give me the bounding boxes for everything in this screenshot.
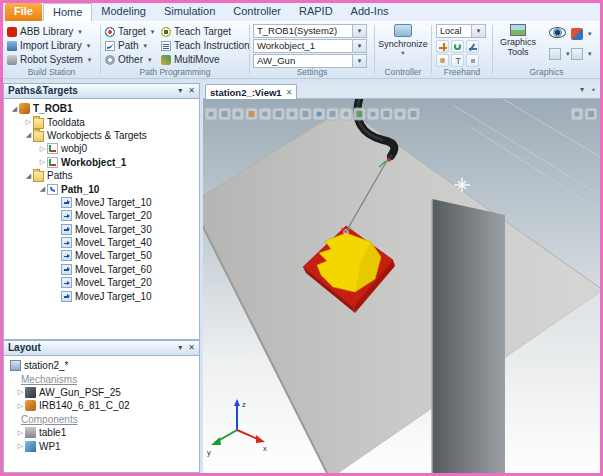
- viewport-tab[interactable]: station2_:View1 ✕: [205, 84, 297, 99]
- expand-arrow[interactable]: ◢: [24, 131, 33, 139]
- synchronize-icon: [394, 24, 412, 37]
- close-icon[interactable]: ✕: [286, 86, 293, 99]
- tree-item-workobject-1[interactable]: ▷ Workobject_1: [4, 156, 199, 169]
- graphics-option-2-button[interactable]: [571, 47, 592, 60]
- expand-arrow[interactable]: ▷: [24, 118, 33, 126]
- panel-close-icon[interactable]: ✕: [188, 341, 195, 355]
- tree-item-move-instruction[interactable]: MoveL Target_20: [4, 209, 199, 222]
- tool-select[interactable]: AW_Gun: [253, 54, 367, 68]
- tree-item-workobjects-targets[interactable]: ◢ Workobjects & Targets: [4, 129, 199, 142]
- picture-icon: [510, 24, 526, 36]
- tree-item-station[interactable]: station2_*: [4, 359, 199, 372]
- expand-arrow[interactable]: ◢: [24, 172, 33, 180]
- other-button[interactable]: Other: [105, 53, 152, 66]
- move-instruction-icon: [61, 197, 72, 208]
- teach-instruction-icon: [161, 41, 171, 51]
- panel-close-icon[interactable]: ✕: [188, 84, 195, 98]
- move-instruction-icon: [61, 224, 72, 235]
- tree-item-irb140[interactable]: ▷ IRB140_6_81_C_02: [4, 399, 199, 412]
- robot-system-button[interactable]: Robot System: [7, 53, 91, 66]
- move-instruction-icon: [61, 277, 72, 288]
- expand-arrow[interactable]: ▷: [16, 429, 25, 437]
- freehand-jog-linear-icon[interactable]: [451, 54, 464, 67]
- graphics-tools-button[interactable]: Graphics Tools: [495, 24, 541, 57]
- path-icon: [105, 41, 115, 51]
- tree-item-wp1[interactable]: ▷ WP1: [4, 439, 199, 452]
- tree-item-move-instruction[interactable]: MoveL Target_40: [4, 236, 199, 249]
- expand-arrow[interactable]: ▷: [16, 388, 25, 396]
- target-icon: [105, 27, 115, 37]
- import-library-button[interactable]: Import Library: [7, 39, 90, 52]
- gear-icon: [105, 55, 115, 65]
- tree-item-move-instruction[interactable]: MoveL Target_30: [4, 223, 199, 236]
- teach-instruction-button[interactable]: Teach Instruction: [161, 39, 250, 52]
- viewport-menu-icon[interactable]: ▾: [580, 85, 584, 94]
- torch-tip-red-marker: [387, 158, 391, 162]
- teach-target-button[interactable]: Teach Target: [161, 25, 231, 38]
- freehand-reorient-icon[interactable]: [466, 54, 479, 67]
- group-build-station: ABB Library Import Library Robot System …: [3, 21, 100, 78]
- tree-item-move-instruction[interactable]: MoveJ Target_10: [4, 289, 199, 302]
- tab-simulation[interactable]: Simulation: [155, 3, 224, 21]
- tree-item-move-instruction[interactable]: MoveJ Target_10: [4, 196, 199, 209]
- group-label-path-programming: Path Programming: [101, 67, 249, 77]
- freehand-hand-icon[interactable]: [436, 54, 449, 67]
- folder-icon: [33, 131, 44, 142]
- tree-item-move-instruction[interactable]: MoveL Target_60: [4, 263, 199, 276]
- move-instruction-icon: [61, 210, 72, 221]
- expand-arrow[interactable]: ◢: [10, 105, 19, 113]
- multimove-button[interactable]: MultiMove: [161, 53, 220, 66]
- tree-item-t-rob1[interactable]: ◢ T_ROB1: [4, 102, 199, 115]
- expand-arrow[interactable]: ▷: [16, 442, 25, 450]
- tab-file[interactable]: File: [5, 3, 42, 21]
- synchronize-button[interactable]: Synchronize ▾: [377, 21, 429, 57]
- part-icon: [25, 441, 36, 452]
- paint-button[interactable]: [571, 27, 592, 40]
- layers-icon: [549, 48, 561, 60]
- path-button[interactable]: Path: [105, 39, 147, 52]
- freehand-move-icon[interactable]: [436, 40, 449, 53]
- target-button[interactable]: Target: [105, 25, 154, 38]
- viewport-dock-icon[interactable]: ▪: [592, 85, 595, 94]
- group-settings: T_ROB1(System2) Workobject_1 AW_Gun Sett…: [250, 21, 374, 78]
- freehand-rotate-icon[interactable]: [451, 40, 464, 53]
- expand-arrow[interactable]: ▷: [38, 145, 47, 153]
- graphics-option-1-button[interactable]: [549, 47, 570, 60]
- expand-arrow[interactable]: ◢: [38, 185, 47, 193]
- tab-rapid[interactable]: RAPID: [290, 3, 342, 21]
- section-mechanisms: Mechanisms: [4, 372, 199, 385]
- abb-library-button[interactable]: ABB Library: [7, 25, 82, 38]
- graphics-viewport[interactable]: z x y: [203, 99, 600, 473]
- freehand-jog-joint-icon[interactable]: [466, 40, 479, 53]
- group-controller: Synchronize ▾ Controller: [375, 21, 431, 78]
- table-leg[interactable]: [432, 199, 505, 473]
- panel-menu-icon[interactable]: ▾: [178, 84, 182, 98]
- tree-item-aw-gun[interactable]: ▷ AW_Gun_PSF_25: [4, 386, 199, 399]
- group-graphics: Graphics Tools Graphics: [493, 21, 600, 78]
- tree-item-tooldata[interactable]: ▷ Tooldata: [4, 115, 199, 128]
- path-icon: [47, 184, 58, 195]
- expand-arrow[interactable]: ▷: [38, 158, 47, 166]
- tree-item-path-10[interactable]: ◢ Path_10: [4, 182, 199, 195]
- group-path-programming: Target Path Other Teach Target Teach Ins…: [101, 21, 249, 78]
- tab-addins[interactable]: Add-Ins: [342, 3, 398, 21]
- tree-item-move-instruction[interactable]: MoveL Target_50: [4, 249, 199, 262]
- expand-arrow[interactable]: ▷: [16, 402, 25, 410]
- tab-controller[interactable]: Controller: [224, 3, 290, 21]
- workobject-select[interactable]: Workobject_1: [253, 39, 367, 53]
- robot-system-icon: [7, 55, 17, 65]
- freehand-reference-select[interactable]: Local: [436, 24, 486, 38]
- layout-tree: station2_* Mechanisms ▷ AW_Gun_PSF_25 ▷ …: [3, 356, 200, 473]
- tree-item-table1[interactable]: ▷ table1: [4, 426, 199, 439]
- tab-home[interactable]: Home: [43, 3, 92, 21]
- tree-item-wobj0[interactable]: ▷ wobj0: [4, 142, 199, 155]
- paint-icon: [571, 28, 583, 40]
- tree-item-move-instruction[interactable]: MoveL Target_20: [4, 276, 199, 289]
- station-icon: [10, 360, 21, 371]
- tree-item-paths[interactable]: ◢ Paths: [4, 169, 199, 182]
- tab-modeling[interactable]: Modeling: [92, 3, 155, 21]
- panel-menu-icon[interactable]: ▾: [178, 341, 182, 355]
- task-select[interactable]: T_ROB1(System2): [253, 24, 367, 38]
- show-hide-eye-icon[interactable]: [549, 27, 566, 38]
- move-instruction-icon: [61, 250, 72, 261]
